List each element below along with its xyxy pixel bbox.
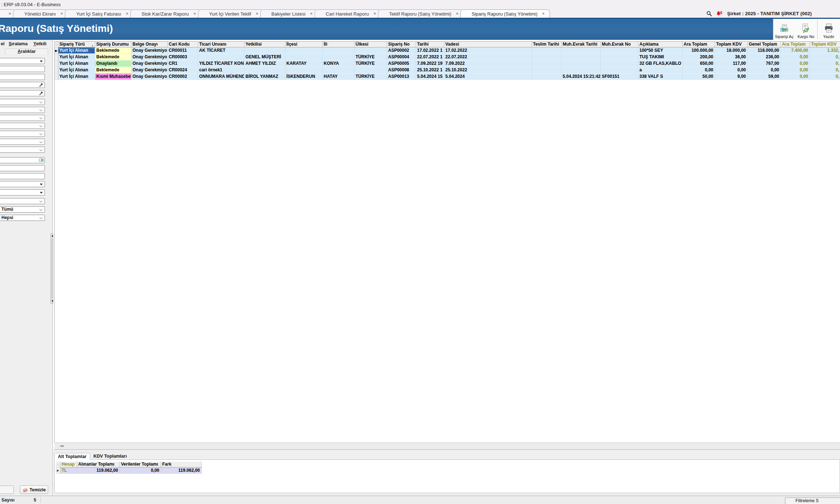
grid-cell[interactable]: KONYA (323, 60, 354, 67)
tab-close-icon[interactable]: × (542, 11, 545, 16)
grid-cell[interactable]: CR1 (168, 60, 198, 67)
totals-tab-Alt Toplamlar[interactable]: Alt Toplamlar (54, 453, 90, 460)
toolbar-button-Kargo No[interactable]: Kargo No (795, 19, 817, 40)
grid-cell[interactable]: 7.09.2022 (444, 60, 532, 67)
dropdown-arrow-icon[interactable] (40, 192, 43, 194)
table-row[interactable]: Yurt İçi AlınanOnaylandıOnay GerekmiyorC… (55, 60, 840, 67)
tab-Yurt İçi Verilen Teklif[interactable]: Yurt İçi Verilen Teklif× (198, 9, 264, 18)
column-header-İlçesi[interactable]: İlçesi (285, 42, 323, 47)
grid-cell[interactable] (532, 54, 562, 60)
grid-cell[interactable]: 5.04.2024 (444, 74, 532, 80)
grid-cell[interactable] (244, 67, 285, 74)
grid-cell[interactable] (562, 54, 601, 60)
grid-cell[interactable]: AHMET YILDIZ (244, 60, 285, 67)
grid-cell[interactable]: HATAY (323, 74, 354, 80)
column-header-Ticari Unvanı[interactable]: Ticari Unvanı (198, 42, 244, 47)
grid-cell[interactable]: 5.04.2024 15 (416, 74, 444, 80)
grid-cell[interactable]: Kısmi Muhasebeleşti (95, 74, 131, 80)
grid-cell[interactable]: cari örnek1 (198, 67, 244, 74)
grid-cell[interactable] (354, 67, 387, 74)
chevron-down-icon[interactable] (39, 200, 42, 202)
grid-cell[interactable]: ASP00013 (387, 74, 416, 80)
grid-cell[interactable]: TUŞ TAKIMI (638, 54, 682, 60)
column-header-Ülkesi[interactable]: Ülkesi (354, 42, 387, 47)
filter-text-wand-4[interactable] (0, 82, 45, 88)
grid-cell[interactable]: 0,00 (715, 67, 748, 74)
grid-cell[interactable]: 25.10.2022 (444, 67, 532, 74)
grid-cell[interactable] (285, 47, 323, 54)
column-header-Vadesi[interactable]: Vadesi (444, 42, 532, 47)
chevron-down-icon[interactable] (39, 100, 42, 103)
totals-row[interactable]: ▶TL119.062,000,00119.062,00 (56, 467, 202, 474)
grid-cell[interactable]: ASP00008 (387, 67, 416, 74)
filter-combo-18[interactable] (0, 198, 45, 204)
column-header-Sipariş No[interactable]: Sipariş No (387, 42, 416, 47)
filter-combo-6[interactable] (0, 99, 45, 105)
grid-cell[interactable]: a (638, 67, 682, 74)
grid-cell[interactable]: Onaylandı (95, 60, 131, 67)
grid-cell[interactable]: 50,00 (682, 74, 715, 80)
tab-close-icon[interactable]: × (60, 11, 63, 16)
totals-cell[interactable]: 119.062,00 (77, 467, 120, 474)
grid-cell[interactable]: SF00151 (601, 74, 638, 80)
grid-cell[interactable]: Onay Gerekmiyor (131, 74, 168, 80)
grid-cell[interactable]: ASP00005 (387, 60, 416, 67)
grid-cell[interactable]: Beklemede (95, 67, 131, 74)
alert-bell-icon[interactable]: 6 (716, 11, 723, 16)
grid-cell[interactable]: TÜRKİYE (354, 54, 387, 60)
grid-cell[interactable]: Beklemede (95, 54, 131, 60)
grid-cell[interactable]: 650,00 (682, 60, 715, 67)
column-header-Toplam KDV[interactable]: Toplam KDV (810, 42, 840, 47)
tab-close-icon[interactable]: × (310, 11, 313, 16)
column-header-Tarihi[interactable]: Tarihi (416, 42, 444, 47)
grid-cell[interactable]: 17.02.2022 1 (416, 47, 444, 54)
grid-cell[interactable]: Yurt İçi Alınan (58, 67, 95, 74)
tab-close-icon[interactable]: × (193, 11, 196, 16)
grid-cell[interactable]: 32 GB FLAS,KABLO (638, 60, 682, 67)
tab-close-icon[interactable]: × (8, 11, 11, 16)
grid-cell[interactable] (532, 60, 562, 67)
grid-cell[interactable]: 22.07.2022 (444, 54, 532, 60)
grid-cell[interactable]: 117,00 (715, 60, 748, 67)
grid-cell[interactable]: TÜRKİYE (354, 74, 387, 80)
grid-cell[interactable]: İSKENDERUN (285, 74, 323, 80)
grid-cell[interactable]: KARATAY (285, 60, 323, 67)
column-header-Sipariş Türü[interactable]: Sipariş Türü▲ (58, 42, 95, 47)
grid-cell[interactable] (244, 47, 285, 54)
sidebar-tab-Sıralama[interactable]: Sıralama (9, 41, 28, 46)
grid-corner-grip[interactable]: :: (55, 42, 58, 47)
grid-cell[interactable] (562, 60, 601, 67)
grid-cell[interactable]: BİROL YANMAZ (244, 74, 285, 80)
column-header-Yetkilisi[interactable]: Yetkilisi (244, 42, 285, 47)
grid-cell[interactable]: 59,00 (748, 74, 781, 80)
filter-text-14[interactable] (0, 165, 45, 171)
column-header-Cari Kodu[interactable]: Cari Kodu (168, 42, 198, 47)
grid-cell[interactable]: 0,00 (748, 67, 781, 74)
grid-cell[interactable]: Yurt İçi Alınan (58, 54, 95, 60)
grid-cell[interactable]: 18.000,00 (715, 47, 748, 54)
grid-cell[interactable]: 0, (810, 54, 840, 60)
column-header-Sipariş Durumu[interactable]: Sipariş Durumu (95, 42, 131, 47)
table-row[interactable]: Yurt İçi AlınanBeklemedeOnay GerekmiyorC… (55, 67, 840, 74)
tab-Teklif Raporu (Satış Yönetimi)[interactable]: Teklif Raporu (Satış Yönetimi)× (378, 9, 464, 18)
dropdown-arrow-icon[interactable] (40, 60, 43, 62)
grid-cell[interactable] (601, 67, 638, 74)
table-row[interactable]: ▶Yurt İçi AlınanBeklemedeOnay Gerekmiyor… (55, 47, 840, 54)
totals-corner-grip[interactable]: :: (56, 462, 60, 467)
grid-cell[interactable] (323, 47, 354, 54)
grid-cell[interactable]: 0, (810, 74, 840, 80)
filter-combo-11[interactable] (0, 139, 45, 145)
filter-dropdown-1[interactable] (0, 58, 45, 64)
grid-cell[interactable]: ONNUMARA MÜHENDİS (198, 74, 244, 80)
table-row[interactable]: Yurt İçi AlınanKısmi MuhasebeleştiOnay G… (55, 74, 840, 80)
totals-tab-KDV Toplamları[interactable]: KDV Toplamları (90, 453, 130, 460)
grid-cell[interactable]: 100*50 SEY (638, 47, 682, 54)
filter-text-2[interactable] (0, 66, 45, 72)
column-header-Muh.Evrak No[interactable]: Muh.Evrak No (601, 42, 638, 47)
grid-cell[interactable]: 22.07.2022 1 (416, 54, 444, 60)
grid-cell[interactable]: Onay Gerekmiyor (131, 54, 168, 60)
grid-cell[interactable]: CR00002 (168, 74, 198, 80)
grid-cell[interactable]: AK TİCARET (198, 47, 244, 54)
tab-close-icon[interactable]: × (256, 11, 259, 16)
grid-cell[interactable] (198, 54, 244, 60)
